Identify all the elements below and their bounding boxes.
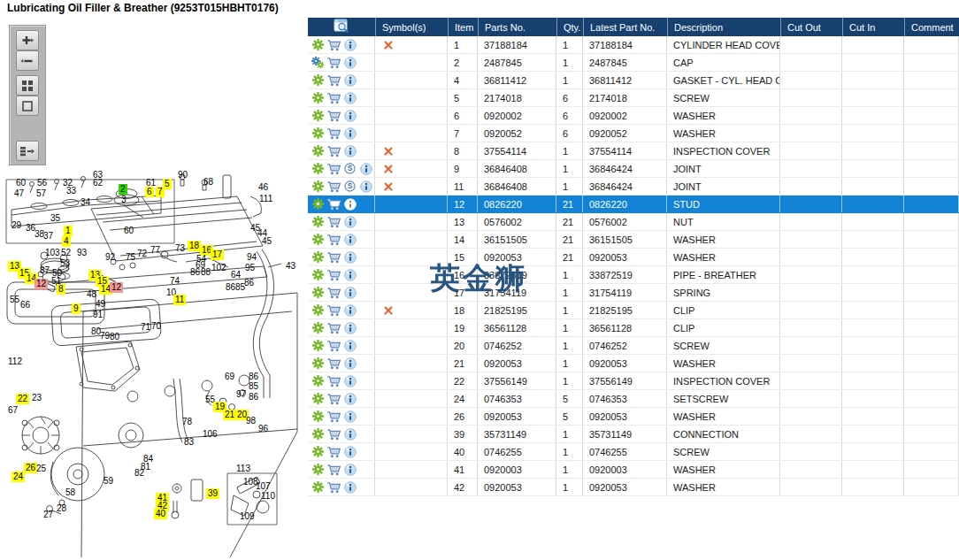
gear-icon[interactable] [311, 109, 326, 123]
gear-icon[interactable] [311, 303, 326, 318]
callout-85[interactable]: 85 [247, 381, 260, 392]
table-row-item-19[interactable]: 1936561128136561128CLIP [308, 319, 959, 337]
info-icon[interactable] [342, 109, 357, 123]
cart-icon[interactable] [326, 427, 341, 441]
cart-icon[interactable] [326, 374, 341, 388]
callout-17[interactable]: 17 [211, 249, 224, 260]
gear-icon[interactable] [311, 480, 326, 495]
table-row-item-7[interactable]: 7092005260920052WASHER [308, 125, 959, 142]
cart-icon[interactable] [326, 480, 341, 495]
callout-68[interactable]: 68 [202, 177, 215, 188]
gear-icon[interactable] [311, 445, 326, 459]
info-icon[interactable] [342, 445, 357, 459]
zoom-out-button[interactable] [16, 50, 39, 71]
info-icon[interactable] [342, 392, 357, 406]
toggle-parts-panel-button[interactable] [16, 141, 39, 161]
overview-grid-button[interactable] [16, 75, 39, 96]
info-icon[interactable] [342, 144, 357, 158]
info-icon[interactable] [358, 162, 373, 176]
gear-icon[interactable] [311, 427, 326, 441]
cart-icon[interactable] [326, 38, 341, 52]
callout-69[interactable]: 69 [223, 372, 236, 382]
callout-86[interactable]: 86 [188, 267, 202, 278]
gear-icon[interactable] [311, 197, 326, 211]
callout-74[interactable]: 74 [168, 276, 181, 287]
gear-icon[interactable] [311, 339, 326, 353]
cart-icon[interactable] [326, 339, 341, 353]
cart-icon[interactable] [326, 410, 341, 424]
callout-56[interactable]: 56 [35, 178, 49, 188]
callout-57[interactable]: 57 [35, 188, 48, 199]
gear-icon[interactable] [311, 410, 326, 424]
callout-93[interactable]: 93 [75, 248, 88, 258]
callout-37[interactable]: 37 [42, 231, 55, 242]
zoom-box-button[interactable] [16, 96, 39, 116]
column-header-latest[interactable]: Latest Part No. [583, 18, 667, 36]
cart-icon[interactable] [326, 233, 341, 247]
callout-28[interactable]: 28 [55, 503, 68, 514]
callout-49[interactable]: 49 [94, 299, 107, 310]
gear-icon[interactable] [311, 392, 326, 406]
cart-icon[interactable] [326, 250, 341, 265]
cart-icon[interactable] [326, 357, 341, 371]
info-icon[interactable] [342, 321, 357, 335]
callout-4[interactable]: 4 [62, 236, 71, 247]
table-row-item-21[interactable]: 21092005310920053WASHER [308, 355, 959, 372]
info-icon[interactable] [342, 339, 357, 353]
info-icon[interactable] [342, 91, 357, 105]
gear-icon[interactable] [311, 91, 326, 105]
table-row-item-2[interactable]: 2248784512487845CAP [308, 54, 959, 72]
gear-icon[interactable] [311, 233, 326, 247]
callout-5[interactable]: 5 [163, 179, 172, 189]
callout-98[interactable]: 98 [244, 416, 257, 426]
callout-58[interactable]: 58 [64, 487, 77, 498]
callout-12[interactable]: 12 [110, 282, 123, 293]
callout-11[interactable]: 11 [173, 295, 186, 305]
column-header-actions[interactable] [308, 18, 375, 36]
info-icon[interactable] [342, 73, 357, 88]
column-header-cut_in[interactable]: Cut In [842, 18, 904, 36]
cart-icon[interactable] [326, 73, 341, 88]
cart-icon[interactable] [326, 180, 341, 194]
callout-21[interactable]: 21 [223, 410, 236, 420]
callout-25[interactable]: 25 [35, 464, 48, 474]
cart-icon[interactable] [326, 56, 341, 70]
column-header-cut_out[interactable]: Cut Out [780, 18, 842, 36]
callout-86[interactable]: 86 [247, 392, 260, 403]
gear-icon[interactable] [311, 268, 326, 282]
info-icon[interactable] [342, 480, 357, 495]
callout-113[interactable]: 113 [234, 464, 252, 474]
callout-67[interactable]: 67 [6, 405, 19, 416]
gear-icon[interactable] [311, 144, 326, 158]
callout-60[interactable]: 60 [14, 178, 27, 188]
info-icon[interactable] [342, 38, 357, 52]
info-icon[interactable] [342, 56, 357, 70]
callout-80[interactable]: 80 [108, 332, 121, 342]
callout-66[interactable]: 66 [19, 300, 32, 311]
callout-95[interactable]: 95 [243, 263, 257, 273]
callout-22[interactable]: 22 [16, 394, 29, 404]
callout-27[interactable]: 27 [42, 510, 55, 520]
callout-43[interactable]: 43 [284, 261, 297, 272]
column-header-comment[interactable]: Comment [904, 18, 959, 36]
table-row-item-12[interactable]: 120826220210826220STUD [308, 196, 959, 213]
info-icon[interactable] [342, 215, 357, 229]
table-row-item-1[interactable]: 137188184137188184CYLINDER HEAD COVER [308, 36, 959, 54]
table-row-item-11[interactable]: S1136846408136846424JOINT [308, 178, 959, 196]
info-icon[interactable] [342, 268, 357, 282]
table-row-item-13[interactable]: 130576002210576002NUT [308, 213, 959, 231]
info-icon[interactable] [342, 463, 357, 477]
gear-icon[interactable] [311, 162, 326, 176]
callout-47[interactable]: 47 [12, 188, 26, 199]
gear-icon[interactable] [311, 321, 326, 335]
column-header-parts_no[interactable]: Parts No. [478, 18, 556, 36]
cart-icon[interactable] [326, 392, 341, 406]
info-icon[interactable] [342, 197, 357, 211]
callout-52[interactable]: 52 [59, 248, 73, 258]
callout-23[interactable]: 23 [30, 393, 43, 403]
table-row-item-20[interactable]: 20074625210746252SCREW [308, 337, 959, 355]
callout-91[interactable]: 91 [91, 310, 104, 320]
table-row-item-22[interactable]: 2237556149137556149INSPECTION COVER [308, 372, 959, 390]
callout-87[interactable]: 87 [38, 265, 51, 276]
callout-110[interactable]: 110 [259, 491, 277, 502]
